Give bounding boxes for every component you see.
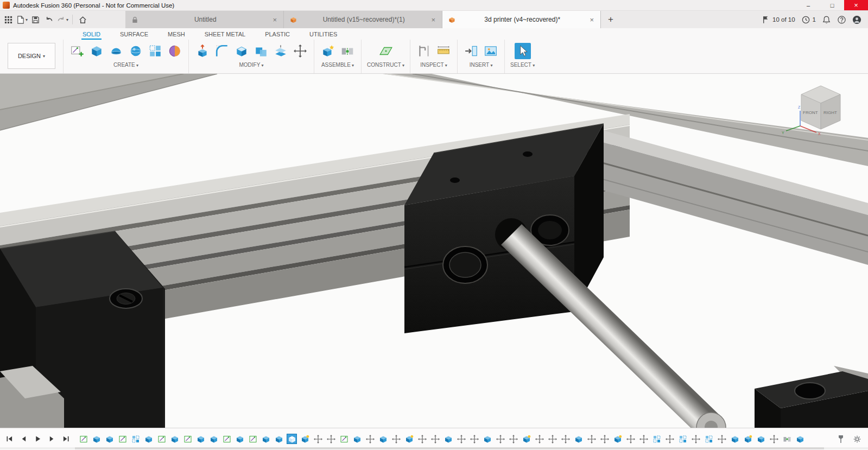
- group-label-create[interactable]: CREATE: [113, 62, 138, 68]
- timeline-item-55-joint[interactable]: [782, 434, 791, 443]
- ribbon-tab-plastic[interactable]: PLASTIC: [264, 30, 291, 40]
- ribbon-tab-mesh[interactable]: MESH: [167, 30, 186, 40]
- ribbon-tab-utilities[interactable]: UTILITIES: [308, 30, 338, 40]
- timeline-item-39-box[interactable]: [574, 434, 583, 443]
- ribbon-tab-surface[interactable]: SURFACE: [119, 30, 149, 40]
- offset-face-tool-button[interactable]: [273, 43, 289, 59]
- skip-to-start-button[interactable]: [5, 435, 14, 443]
- viewcube-right-label[interactable]: RIGHT: [823, 110, 837, 115]
- select-tool-button[interactable]: [515, 43, 531, 59]
- timeline-item-33-move[interactable]: [496, 434, 505, 443]
- timeline-item-54-move[interactable]: [769, 434, 778, 443]
- joint-tool-button[interactable]: [339, 43, 356, 59]
- timeline-item-8-box[interactable]: [170, 434, 179, 443]
- timeline-item-47-pattern[interactable]: [678, 434, 687, 443]
- app-grid-icon[interactable]: [2, 12, 14, 27]
- timeline-item-18-component[interactable]: [300, 434, 309, 443]
- timeline-item-50-move[interactable]: [717, 434, 726, 443]
- timeline-item-40-move[interactable]: [587, 434, 596, 443]
- timeline-item-26-component[interactable]: [404, 434, 414, 443]
- timeline-item-44-move[interactable]: [639, 434, 648, 443]
- group-label-modify[interactable]: MODIFY: [239, 62, 263, 68]
- close-window-button[interactable]: ×: [844, 0, 868, 10]
- timeline-item-2-box[interactable]: [92, 434, 101, 443]
- timeline-item-35-component[interactable]: [522, 434, 531, 443]
- save-icon[interactable]: [29, 12, 41, 27]
- timeline-marker-icon[interactable]: [837, 435, 845, 443]
- skip-to-end-button[interactable]: [62, 435, 70, 443]
- timeline-scrollbar[interactable]: [0, 447, 868, 449]
- timeline-item-7-sketch[interactable]: [157, 434, 166, 443]
- play-button[interactable]: [34, 435, 42, 443]
- bell-icon[interactable]: [822, 15, 831, 24]
- timeline-item-51-box[interactable]: [730, 434, 739, 443]
- ruler-tool-button[interactable]: [435, 43, 452, 59]
- timeline-item-20-move[interactable]: [326, 434, 335, 443]
- timeline-item-16-box[interactable]: [274, 434, 283, 443]
- redo-icon[interactable]: [56, 12, 68, 27]
- timeline-item-32-box[interactable]: [483, 434, 492, 443]
- step-forward-button[interactable]: [48, 435, 56, 443]
- timeline-item-42-component[interactable]: [613, 434, 622, 443]
- fillet-tool-button[interactable]: [214, 43, 230, 59]
- tab-close-button[interactable]: ×: [271, 16, 278, 24]
- new-component-tool-button[interactable]: [320, 43, 336, 59]
- shell-tool-button[interactable]: [233, 43, 250, 59]
- timeline-item-6-box[interactable]: [144, 434, 153, 443]
- document-tab-1[interactable]: Untitled×: [125, 11, 284, 28]
- timeline-item-21-sketch[interactable]: [339, 434, 349, 443]
- avatar[interactable]: [852, 15, 861, 24]
- pattern-tool-button[interactable]: [147, 43, 163, 59]
- timeline-item-52-component[interactable]: [743, 434, 752, 443]
- measure-tool-button[interactable]: [416, 43, 432, 59]
- timeline-item-3-box[interactable]: [105, 434, 114, 443]
- move-tool-button[interactable]: [292, 43, 308, 59]
- timeline-item-46-move[interactable]: [665, 434, 674, 443]
- ribbon-tab-solid[interactable]: SOLID: [81, 30, 102, 40]
- timeline-item-38-move[interactable]: [561, 434, 570, 443]
- minimize-button[interactable]: –: [796, 0, 820, 10]
- timeline-item-56-box[interactable]: [795, 434, 804, 443]
- timeline-item-27-move[interactable]: [417, 434, 427, 443]
- timeline-item-53-box[interactable]: [756, 434, 765, 443]
- timeline-item-36-move[interactable]: [535, 434, 544, 443]
- timeline-item-17-box[interactable]: [287, 434, 296, 443]
- timeline-item-34-move[interactable]: [509, 434, 518, 443]
- group-label-assemble[interactable]: ASSEMBLE: [321, 62, 354, 68]
- group-label-construct[interactable]: CONSTRUCT: [367, 62, 404, 68]
- create-sketch-tool-button[interactable]: [69, 43, 85, 59]
- group-label-insert[interactable]: INSERT: [470, 62, 493, 68]
- maximize-button[interactable]: □: [820, 0, 844, 10]
- construct-plane-tool-button[interactable]: [378, 43, 394, 59]
- viewcube-front-label[interactable]: FRONT: [803, 110, 818, 115]
- timeline-item-11-box[interactable]: [209, 434, 218, 443]
- timeline-item-5-pattern[interactable]: [131, 434, 140, 443]
- new-tab-button[interactable]: +: [601, 11, 620, 28]
- job-status[interactable]: 10 of 10: [761, 15, 795, 24]
- timeline-item-4-sketch[interactable]: [118, 434, 127, 443]
- timeline-item-49-pattern[interactable]: [704, 434, 713, 443]
- revolve-tool-button[interactable]: [108, 43, 124, 59]
- timeline-item-14-sketch[interactable]: [248, 434, 257, 443]
- file-menu-icon[interactable]: [16, 12, 28, 27]
- step-back-button[interactable]: [20, 435, 28, 443]
- timeline-item-29-box[interactable]: [443, 434, 453, 443]
- workspace-selector[interactable]: DESIGN: [8, 43, 55, 69]
- tab-close-button[interactable]: ×: [430, 16, 436, 24]
- sphere-tool-button[interactable]: [128, 43, 144, 59]
- timeline-item-43-move[interactable]: [626, 434, 635, 443]
- viewport[interactable]: FRONT RIGHT Z X Y: [0, 74, 868, 428]
- press-pull-tool-button[interactable]: [194, 43, 211, 59]
- model-canvas[interactable]: FRONT RIGHT Z X Y: [0, 74, 868, 428]
- ribbon-tab-sheet-metal[interactable]: SHEET METAL: [204, 30, 246, 40]
- timeline-item-1-sketch[interactable]: [79, 434, 88, 443]
- combine-tool-button[interactable]: [253, 43, 269, 59]
- timeline-item-41-move[interactable]: [600, 434, 609, 443]
- group-label-select[interactable]: SELECT: [510, 62, 535, 68]
- timeline-item-10-box[interactable]: [196, 434, 205, 443]
- undo-icon[interactable]: [43, 12, 55, 27]
- insert-derive-tool-button[interactable]: [463, 43, 479, 59]
- timeline-item-22-box[interactable]: [352, 434, 362, 443]
- timeline-item-23-move[interactable]: [365, 434, 375, 443]
- timeline-scrollbar-thumb[interactable]: [75, 447, 824, 449]
